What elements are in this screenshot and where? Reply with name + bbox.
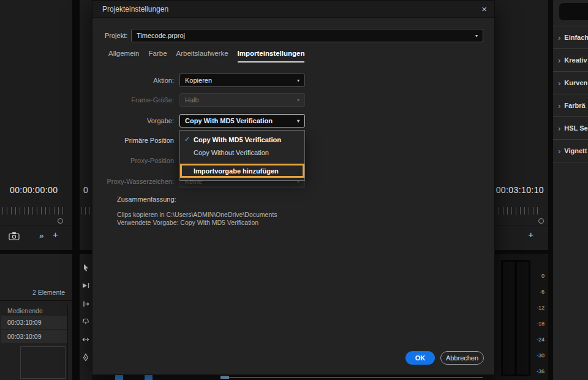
check-icon: ✓ [184, 135, 190, 143]
vorgabe-select[interactable]: Copy With MD5 Verification ▾ [179, 114, 305, 127]
meter-scale-label: -24 [530, 336, 545, 343]
premiere-app-window: 00:00:00:00 » + 2 Elemente Medienende 00… [0, 0, 588, 380]
chevron-right-icon: › [558, 78, 560, 88]
frame-size-select: Halb ▾ [179, 93, 305, 107]
dialog-titlebar[interactable]: Projekteinstellungen × [92, 1, 494, 18]
chevron-right-icon: › [558, 124, 560, 133]
section-label: Vignett [564, 147, 587, 154]
project-panel: 2 Elemente Medienende 00:03:10:09 00:03:… [0, 254, 72, 380]
frame-size-label: Frame-Größe: [92, 96, 174, 104]
section-label: Kreativ [564, 56, 587, 64]
chevron-right-icon: › [558, 101, 560, 110]
menu-item-copy-with-md5[interactable]: ✓ Copy With MD5 Verification [180, 133, 304, 146]
section-creative[interactable]: › Kreativ [553, 49, 588, 72]
section-color-wheels[interactable]: › Farbrä [553, 94, 588, 117]
divider [0, 300, 72, 301]
source-ruler [2, 207, 65, 215]
chevron-right-icon: › [558, 33, 560, 42]
table-row[interactable]: 00:03:10:09 [1, 316, 67, 329]
timeline-track-line[interactable] [221, 377, 483, 378]
meter-scale-label: 0 [530, 273, 545, 279]
lumetri-color-panel: › Einfach › Kreativ › Kurven › Farbrä › … [552, 0, 588, 380]
meter-bar-left [503, 262, 514, 374]
audio-meter-panel: 0 -6 -12 -18 -24 -30 -36 [495, 254, 548, 380]
summary-line-2: Verwendete Vorgabe: Copy With MD5 Verifi… [117, 219, 258, 226]
column-header-medienende[interactable]: Medienende [7, 307, 43, 314]
summary-line-1: Clips kopieren in C:\Users\ADMIN\OneDriv… [117, 211, 277, 218]
cancel-button[interactable]: Abbrechen [440, 351, 484, 365]
source-monitor-panel: 00:00:00:00 » + [0, 0, 72, 250]
camera-icon [9, 232, 20, 240]
program-ruler-edge [81, 207, 92, 215]
chevron-right-icon: › [558, 56, 560, 65]
section-label: Kurven [564, 79, 587, 86]
slip-tool-icon[interactable] [81, 335, 90, 344]
section-curves[interactable]: › Kurven [553, 72, 588, 94]
track-select-tool-icon[interactable] [81, 281, 90, 290]
lumetri-sections: › Einfach › Kreativ › Kurven › Farbrä › … [553, 26, 588, 162]
media-end-value: 00:03:10:09 [7, 333, 41, 340]
settings-tabs: Allgemein Farbe Arbeitslaufwerke Importe… [108, 50, 304, 63]
ripple-edit-tool-icon[interactable] [81, 300, 90, 308]
pen-tool-icon[interactable] [81, 353, 90, 362]
close-icon[interactable]: × [481, 4, 487, 14]
dialog-title: Projekteinstellungen [102, 5, 168, 13]
source-zoom-handle[interactable] [58, 218, 63, 224]
tab-importeinstellungen[interactable]: Importeinstellungen [238, 50, 305, 63]
timeline-clip[interactable] [115, 375, 123, 380]
media-end-value: 00:03:10:09 [7, 319, 41, 326]
program-zoom-handle[interactable] [538, 218, 544, 224]
vorgabe-select-value: Copy With MD5 Verification [185, 117, 273, 124]
timeline-clip[interactable] [145, 375, 153, 380]
aktion-label: Aktion: [92, 77, 174, 84]
ok-button[interactable]: OK [405, 351, 435, 365]
meter-scale-label: -36 [530, 368, 545, 374]
divider [495, 225, 548, 226]
meter-scale-label: -18 [530, 321, 545, 327]
meter-bar-right [517, 262, 529, 374]
table-row[interactable]: 00:03:10:09 [1, 330, 67, 343]
divider [0, 225, 72, 226]
section-basic-correction[interactable]: › Einfach [553, 26, 588, 49]
timeline-tools-column [80, 254, 92, 380]
project-select[interactable]: Timecode.prproj ▾ [131, 29, 483, 42]
selection-tool-icon[interactable] [81, 264, 90, 272]
lumetri-header-button[interactable] [559, 3, 588, 20]
section-label: HSL Se [564, 124, 587, 132]
section-vignette[interactable]: › Vignett [553, 140, 588, 162]
meter-scale-label: -12 [530, 305, 545, 311]
meter-scale-label: -30 [530, 352, 545, 359]
meter-scale-label: -6 [530, 289, 545, 295]
audio-meter-bars [501, 260, 530, 376]
menu-item-add-import-preset[interactable]: Importvorgabe hinzufügen [180, 164, 304, 178]
add-button-icon[interactable]: + [53, 229, 58, 240]
add-button-icon[interactable]: + [528, 229, 533, 240]
tab-arbeitslaufwerke[interactable]: Arbeitslaufwerke [176, 50, 228, 63]
button-overflow-icon[interactable]: » [39, 231, 43, 240]
chevron-down-icon: ▾ [297, 118, 300, 124]
column-divider [67, 305, 68, 380]
razor-tool-icon[interactable] [81, 317, 90, 325]
aktion-select[interactable]: Kopieren ▾ [179, 74, 305, 87]
export-frame-button[interactable] [9, 232, 20, 240]
program-monitor-panel: 00:03:10:10 + [495, 0, 548, 250]
chevron-right-icon: › [558, 146, 560, 156]
tab-allgemein[interactable]: Allgemein [108, 50, 140, 63]
chevron-down-icon: ▾ [297, 78, 300, 83]
menu-item-label: Copy With MD5 Verification [194, 136, 281, 143]
aktion-select-value: Kopieren [185, 77, 212, 84]
program-timecode[interactable]: 00:03:10:10 [496, 185, 544, 195]
project-select-value: Timecode.prproj [137, 32, 185, 39]
timeline-strip [92, 375, 495, 380]
section-hsl-secondary[interactable]: › HSL Se [553, 117, 588, 140]
chevron-down-icon: ▾ [297, 97, 300, 103]
project-label: Projekt: [105, 32, 127, 39]
timeline-playhead-segment[interactable] [221, 376, 229, 379]
empty-cell-outline [20, 346, 66, 379]
tab-farbe[interactable]: Farbe [149, 50, 167, 63]
primary-position-label: Primäre Position [92, 137, 174, 144]
source-timecode[interactable]: 00:00:00:00 [10, 185, 58, 195]
menu-item-label: Copy Without Verification [194, 149, 269, 156]
menu-item-copy-without-verification[interactable]: Copy Without Verification [180, 146, 304, 159]
frame-size-select-value: Halb [185, 96, 199, 104]
